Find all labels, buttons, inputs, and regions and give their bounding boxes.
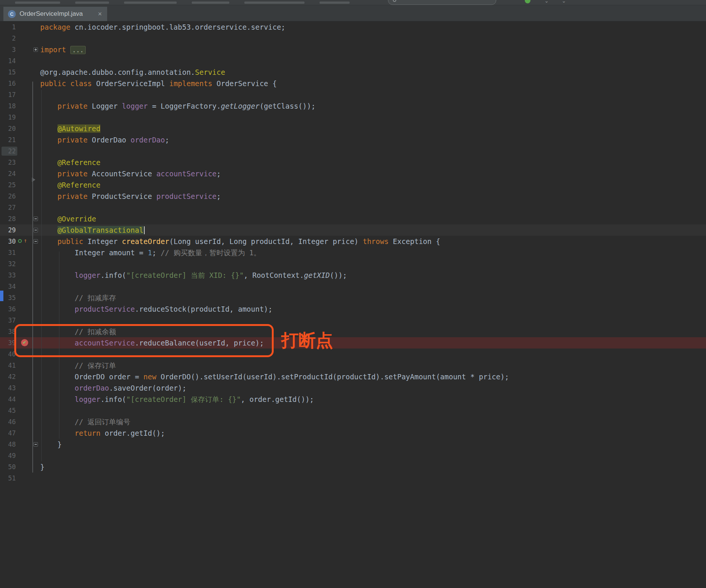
gutter[interactable]: 19 — [0, 112, 40, 123]
fold-marker-icon[interactable] — [33, 217, 38, 221]
gutter[interactable]: 35 — [0, 292, 40, 303]
editor-line-16[interactable]: 16public class OrderServiceImpl implemen… — [0, 78, 706, 89]
editor-line-34[interactable]: 34 — [0, 281, 706, 292]
code-line[interactable]: public Integer createOrder(Long userId, … — [40, 236, 706, 247]
editor-line-14[interactable]: 14 — [0, 55, 706, 67]
editor-line-26[interactable]: 26 private ProductService productService… — [0, 191, 706, 202]
gutter[interactable]: 50 — [0, 461, 40, 473]
code-line[interactable]: @Override — [40, 213, 706, 224]
line-number[interactable]: 25 — [0, 179, 16, 191]
chevron-down-icon[interactable]: ⌄ — [544, 0, 549, 4]
code-line[interactable]: logger.info("[createOrder] 保存订单: {}", or… — [40, 394, 706, 405]
editor-line-22[interactable]: 22 — [0, 145, 706, 157]
line-number[interactable]: 24 — [0, 168, 16, 179]
code-line[interactable] — [40, 450, 706, 461]
editor-line-37[interactable]: 37 — [0, 315, 706, 326]
search-input[interactable] — [388, 0, 496, 5]
line-number[interactable]: 15 — [0, 67, 16, 78]
editor-line-24[interactable]: 24 private AccountService accountService… — [0, 168, 706, 179]
code-line[interactable]: private AccountService accountService; — [40, 168, 706, 179]
code-line[interactable]: // 返回订单编号 — [40, 416, 706, 427]
breakpoint-icon[interactable]: ✔ — [21, 339, 28, 346]
gutter[interactable]: 27 — [0, 202, 40, 213]
gutter[interactable]: 28 — [0, 213, 40, 224]
editor-line-18[interactable]: 18 private Logger logger = LoggerFactory… — [0, 100, 706, 112]
gutter[interactable]: 23 — [0, 157, 40, 168]
gutter[interactable]: 46 — [0, 416, 40, 427]
code-line[interactable]: Integer amount = 1; // 购买数量，暂时设置为 1。 — [40, 247, 706, 258]
line-number[interactable]: 22 — [0, 145, 16, 157]
line-number[interactable]: 1 — [0, 21, 16, 33]
code-line[interactable]: productService.reduceStock(productId, am… — [40, 303, 706, 315]
editor-line-19[interactable]: 19 — [0, 112, 706, 123]
editor-line-49[interactable]: 49 — [0, 450, 706, 461]
code-line[interactable]: // 扣减余额 — [40, 326, 706, 337]
code-line[interactable]: } — [40, 439, 706, 450]
gutter[interactable]: 21 — [0, 134, 40, 145]
code-line[interactable] — [40, 33, 706, 44]
implements-method-icon[interactable]: ↑ — [18, 238, 29, 244]
editor-line-17[interactable]: 17 — [0, 89, 706, 100]
fold-marker-icon[interactable] — [33, 442, 38, 447]
gutter[interactable]: 34 — [0, 281, 40, 292]
code-line[interactable]: @Reference — [40, 179, 706, 191]
line-number[interactable]: 44 — [0, 394, 16, 405]
code-line[interactable]: @GlobalTransactional — [40, 224, 706, 236]
gutter[interactable]: 44 — [0, 394, 40, 405]
fold-marker-icon[interactable] — [33, 47, 38, 52]
line-number[interactable]: 49 — [0, 450, 16, 461]
gutter[interactable]: 49 — [0, 450, 40, 461]
gutter[interactable]: 18 — [0, 100, 40, 112]
line-number[interactable]: 41 — [0, 360, 16, 371]
code-line[interactable]: private OrderDao orderDao; — [40, 134, 706, 145]
gutter[interactable]: 22 — [0, 145, 40, 157]
line-number[interactable]: 20 — [0, 123, 16, 134]
editor-line-44[interactable]: 44 logger.info("[createOrder] 保存订单: {}",… — [0, 394, 706, 405]
line-number[interactable]: 2 — [0, 33, 16, 44]
line-number[interactable]: 40 — [0, 349, 16, 360]
code-line[interactable]: private ProductService productService; — [40, 191, 706, 202]
code-line[interactable]: private Logger logger = LoggerFactory.ge… — [40, 100, 706, 112]
line-number[interactable]: 26 — [0, 191, 16, 202]
gutter[interactable]: 36 — [0, 303, 40, 315]
gutter[interactable]: 26 — [0, 191, 40, 202]
editor-line-41[interactable]: 41 // 保存订单 — [0, 360, 706, 371]
line-number[interactable]: 43 — [0, 382, 16, 394]
gutter[interactable]: 31 — [0, 247, 40, 258]
editor-line-33[interactable]: 33 logger.info("[createOrder] 当前 XID: {}… — [0, 270, 706, 281]
line-number[interactable]: 21 — [0, 134, 16, 145]
gutter[interactable]: 40 — [0, 349, 40, 360]
code-line[interactable] — [40, 281, 706, 292]
code-line[interactable] — [40, 145, 706, 157]
editor-line-25[interactable]: 25 @Reference — [0, 179, 706, 191]
editor-line-27[interactable]: 27 — [0, 202, 706, 213]
code-line[interactable]: @Autowired — [40, 123, 706, 134]
editor-line-48[interactable]: 48 } — [0, 439, 706, 450]
editor-line-39[interactable]: 39✔ accountService.reduceBalance(userId,… — [0, 337, 706, 349]
gutter[interactable]: 16 — [0, 78, 40, 89]
code-line[interactable]: // 保存订单 — [40, 360, 706, 371]
editor-line-43[interactable]: 43 orderDao.saveOrder(order); — [0, 382, 706, 394]
code-line[interactable] — [40, 258, 706, 270]
gutter[interactable]: 32 — [0, 258, 40, 270]
gutter[interactable]: 43 — [0, 382, 40, 394]
code-line[interactable]: package cn.iocoder.springboot.lab53.orde… — [40, 21, 706, 33]
gutter[interactable]: 37 — [0, 315, 40, 326]
code-line[interactable] — [40, 405, 706, 416]
editor-line-38[interactable]: 38 // 扣减余额 — [0, 326, 706, 337]
gutter[interactable]: 47 — [0, 427, 40, 439]
code-line[interactable] — [40, 89, 706, 100]
line-number[interactable]: 14 — [0, 55, 16, 67]
line-number[interactable]: 17 — [0, 89, 16, 100]
line-number[interactable]: 28 — [0, 213, 16, 224]
line-number[interactable]: 51 — [0, 473, 16, 484]
editor-line-23[interactable]: 23 @Reference — [0, 157, 706, 168]
line-number[interactable]: 47 — [0, 427, 16, 439]
gutter[interactable]: 15 — [0, 67, 40, 78]
gutter[interactable]: 38 — [0, 326, 40, 337]
line-number[interactable]: 38 — [0, 326, 16, 337]
gutter[interactable]: 41 — [0, 360, 40, 371]
code-line[interactable] — [40, 202, 706, 213]
code-line[interactable]: orderDao.saveOrder(order); — [40, 382, 706, 394]
editor-line-47[interactable]: 47 return order.getId(); — [0, 427, 706, 439]
